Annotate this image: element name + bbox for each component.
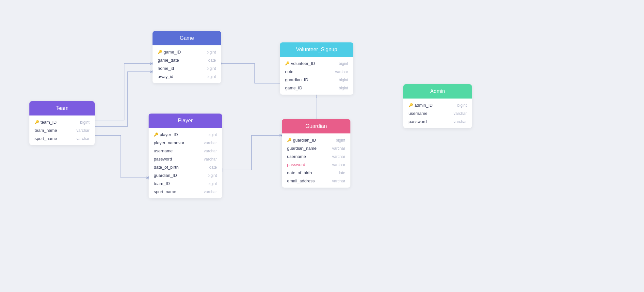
table-row: game_ID bigint [280, 84, 353, 92]
key-icon: 🔑 [154, 132, 158, 137]
table-admin[interactable]: Admin 🔑 admin_ID bigint username varchar… [403, 84, 472, 128]
table-row: sport_name varchar [149, 188, 222, 196]
key-icon: 🔑 [158, 50, 162, 54]
table-row: password varchar [149, 155, 222, 163]
table-row: 🔑 team_ID bigint [29, 118, 95, 126]
table-volunteer-signup-header: Volunteer_Signup [280, 42, 353, 57]
table-row: date_of_birth date [149, 163, 222, 171]
table-team-header: Team [29, 101, 95, 115]
table-row: team_name varchar [29, 126, 95, 134]
key-icon: 🔑 [287, 138, 292, 142]
svg-line-11 [146, 178, 149, 179]
table-row: 🔑 player_ID bigint [149, 131, 222, 139]
table-game[interactable]: Game 🔑 game_ID bigint game_date date hom… [153, 31, 221, 83]
table-row: guardian_ID bigint [149, 171, 222, 179]
svg-line-14 [280, 134, 282, 135]
table-player[interactable]: Player 🔑 player_ID bigint player_namevar… [149, 114, 222, 198]
table-row: sport_name varchar [29, 134, 95, 143]
svg-line-3 [150, 64, 153, 65]
table-row: email_address varchar [282, 177, 350, 185]
table-player-header: Player [149, 114, 222, 128]
table-guardian-body: 🔑 guardian_ID bigint guardian_name varch… [282, 133, 350, 188]
key-icon: 🔑 [285, 61, 290, 66]
erd-canvas: Game 🔑 game_ID bigint game_date date hom… [0, 0, 644, 292]
table-team[interactable]: Team 🔑 team_ID bigint team_name varchar … [29, 101, 95, 145]
table-game-header: Game [153, 31, 221, 45]
svg-line-10 [146, 177, 149, 178]
table-row: username varchar [403, 109, 472, 117]
table-row: note varchar [280, 68, 353, 76]
table-row: password varchar [403, 117, 472, 126]
svg-line-2 [150, 63, 153, 64]
table-row: 🔑 guardian_ID bigint [282, 136, 350, 144]
table-row: date_of_birth date [282, 169, 350, 177]
table-row: username varchar [282, 152, 350, 161]
table-volunteer-signup[interactable]: Volunteer_Signup 🔑 volunteer_ID bigint n… [280, 42, 353, 95]
table-row: 🔑 game_ID bigint [153, 48, 221, 56]
table-row: username varchar [149, 147, 222, 155]
table-row: 🔑 volunteer_ID bigint [280, 59, 353, 68]
table-row: home_id bigint [153, 64, 221, 72]
table-admin-body: 🔑 admin_ID bigint username varchar passw… [403, 99, 472, 128]
table-row: game_date date [153, 56, 221, 64]
table-row: password varchar [282, 161, 350, 169]
table-guardian[interactable]: Guardian 🔑 guardian_ID bigint guardian_n… [282, 119, 350, 188]
table-row: guardian_name varchar [282, 144, 350, 152]
table-admin-header: Admin [403, 84, 472, 99]
table-game-body: 🔑 game_ID bigint game_date date home_id … [153, 45, 221, 83]
table-team-body: 🔑 team_ID bigint team_name varchar sport… [29, 115, 95, 145]
table-row: 🔑 admin_ID bigint [403, 101, 472, 109]
key-icon: 🔑 [35, 120, 39, 124]
svg-line-6 [150, 71, 153, 72]
svg-line-15 [280, 135, 282, 136]
table-guardian-header: Guardian [282, 119, 350, 133]
key-icon: 🔑 [409, 103, 413, 107]
table-row: team_ID bigint [149, 179, 222, 188]
table-row: guardian_ID bigint [280, 76, 353, 84]
svg-line-7 [150, 72, 153, 73]
table-row: away_id bigint [153, 72, 221, 81]
table-volunteer-signup-body: 🔑 volunteer_ID bigint note varchar guard… [280, 57, 353, 95]
table-player-body: 🔑 player_ID bigint player_namevar varcha… [149, 128, 222, 198]
table-row: player_namevar varchar [149, 139, 222, 147]
